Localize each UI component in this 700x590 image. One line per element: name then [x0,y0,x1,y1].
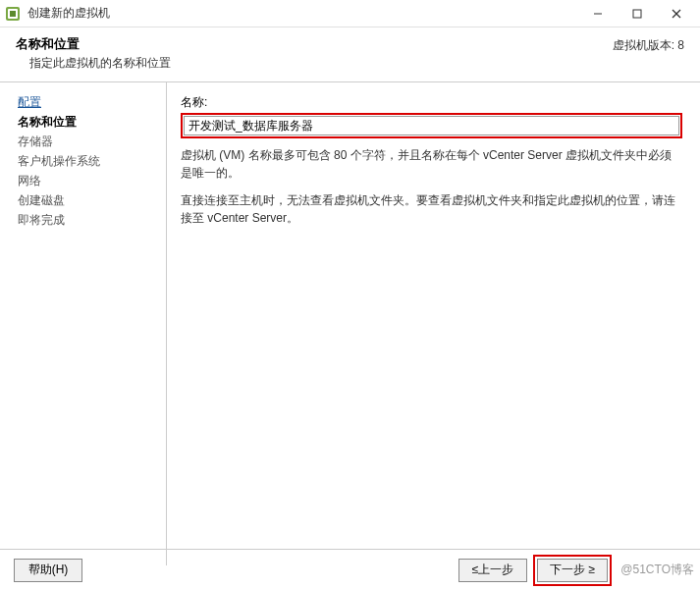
app-icon [4,5,22,23]
titlebar: 创建新的虚拟机 [0,0,700,27]
page-subtitle: 指定此虚拟机的名称和位置 [29,55,613,72]
wizard-body: 配置 名称和位置 存储器 客户机操作系统 网络 创建磁盘 即将完成 名称: 虚拟… [0,82,700,565]
window-title: 创建新的虚拟机 [27,5,578,22]
back-button[interactable]: ≤上一步 [458,559,527,582]
wizard-footer: 帮助(H) ≤上一步 下一步 ≥ 取消 [0,549,700,590]
maximize-button[interactable] [618,0,657,27]
help-button[interactable]: 帮助(H) [14,559,82,582]
next-button-highlight: 下一步 ≥ [533,555,612,586]
sidebar-item-ready-complete: 即将完成 [18,210,166,230]
wizard-steps-sidebar: 配置 名称和位置 存储器 客户机操作系统 网络 创建磁盘 即将完成 [0,82,167,565]
sidebar-item-network: 网络 [18,171,166,190]
name-input-highlight [181,113,682,138]
sidebar-item-configuration[interactable]: 配置 [18,92,166,112]
minimize-button[interactable] [578,0,618,27]
sidebar-item-create-disk: 创建磁盘 [18,190,166,210]
sidebar-item-name-location[interactable]: 名称和位置 [18,112,166,132]
sidebar-item-storage: 存储器 [18,132,166,151]
svg-rect-4 [633,10,641,18]
svg-rect-2 [10,11,16,17]
close-button[interactable] [657,0,696,27]
wizard-header: 名称和位置 指定此虚拟机的名称和位置 虚拟机版本: 8 [0,27,700,82]
name-info-text-2: 直接连接至主机时，无法查看虚拟机文件夹。要查看虚拟机文件夹和指定此虚拟机的位置，… [181,191,682,227]
window-controls [578,0,696,27]
page-title: 名称和位置 [16,35,613,53]
name-field-label: 名称: [181,94,682,111]
next-button[interactable]: 下一步 ≥ [537,559,608,582]
vm-version-label: 虚拟机版本: 8 [613,35,684,54]
vm-name-input[interactable] [184,116,679,135]
wizard-content: 名称: 虚拟机 (VM) 名称最多可包含 80 个字符，并且名称在每个 vCen… [167,82,700,565]
sidebar-item-guest-os: 客户机操作系统 [18,151,166,171]
name-info-text-1: 虚拟机 (VM) 名称最多可包含 80 个字符，并且名称在每个 vCenter … [181,146,682,182]
